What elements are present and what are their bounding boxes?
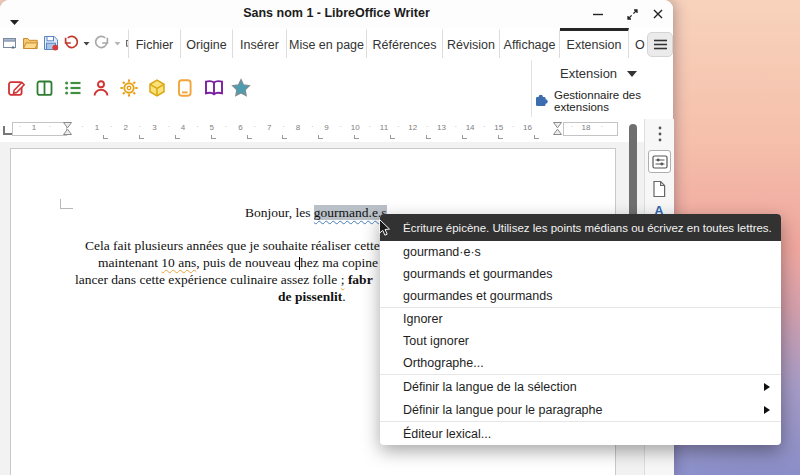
book-icon[interactable]: [203, 78, 223, 98]
tab-o[interactable]: O: [629, 28, 647, 58]
tab-row: FichierOrigineInsérerMise en pageRéféren…: [128, 28, 647, 58]
doc-heading-text: Bonjour, les: [245, 205, 314, 220]
ruler-tick: ·: [368, 122, 371, 131]
ruler-tick: ·: [311, 122, 314, 131]
new-window-icon[interactable]: [3, 33, 18, 53]
ruler-number: 11: [380, 123, 388, 132]
ruler-number: 16: [523, 123, 532, 132]
ruler-tick: ·: [601, 122, 604, 131]
extension-toolbar: Extension Gestionnaire des extensions: [0, 58, 673, 119]
restore-button[interactable]: [623, 5, 641, 23]
properties-icon[interactable]: [648, 150, 671, 173]
menu-item-orthographe-[interactable]: Orthographe...: [380, 352, 781, 374]
text-cursor: [299, 257, 300, 270]
mouse-cursor: [378, 218, 393, 243]
close-button[interactable]: [649, 5, 667, 23]
spellcheck-context-menu: Écriture épicène. Utilisez les points mé…: [380, 214, 781, 445]
ruler-tick: ·: [340, 122, 343, 131]
extension-manager-label: Gestionnaire des extensions: [554, 89, 673, 113]
titlebar: Sans nom 1 - LibreOffice Writer: [0, 0, 673, 29]
extension-dropdown[interactable]: Extension: [560, 66, 637, 81]
doc-text: Cela fait plusieurs années que je souhai…: [85, 238, 380, 253]
indent-marker-icon[interactable]: [552, 121, 563, 140]
ruler-tick: ·: [81, 122, 84, 131]
menu-item-ignorer[interactable]: Ignorer: [380, 308, 781, 330]
page-icon[interactable]: [651, 179, 667, 198]
ruler-number: 4: [181, 123, 185, 132]
tabstop-mark: [175, 135, 180, 139]
kebab-icon[interactable]: [654, 126, 666, 142]
list-icon[interactable]: [63, 78, 83, 98]
menu-item-définir-la-langue-pour-le-paragraphe[interactable]: Définir la langue pour le paragraphe: [380, 398, 781, 421]
context-menu-items: gourmand·e·sgourmands et gourmandesgourm…: [380, 241, 781, 445]
ruler-number: 9: [324, 123, 328, 132]
tab-révision[interactable]: Révision: [443, 28, 500, 58]
gear-icon[interactable]: [119, 78, 139, 98]
doc-bold-text: fabr: [348, 272, 373, 287]
menu-item-gourmands-et-gourmandes[interactable]: gourmands et gourmandes: [380, 263, 781, 285]
star-icon[interactable]: [231, 78, 251, 98]
minimize-button[interactable]: [589, 5, 607, 23]
ruler-number: 10: [351, 123, 360, 132]
extension-manager-button[interactable]: Gestionnaire des extensions: [534, 89, 673, 113]
menu-item-gourmand-e-s[interactable]: gourmand·e·s: [380, 241, 781, 263]
ruler-number: 8: [296, 123, 300, 132]
ruler-number: 15: [494, 123, 503, 132]
tabstop-mark: [247, 135, 252, 139]
ruler-number: 2: [123, 123, 127, 132]
person-icon[interactable]: [91, 78, 111, 98]
menu-item-éditeur-lexical-[interactable]: Éditeur lexical...: [380, 422, 781, 445]
tab-extension[interactable]: Extension: [560, 28, 629, 58]
ruler-number: 5: [210, 123, 214, 132]
ruler-tick: ·: [282, 122, 285, 131]
ruler-tick: ·: [254, 122, 257, 131]
text-boundary-corner: [60, 199, 73, 209]
tab-fichier[interactable]: Fichier: [128, 28, 181, 58]
ruler-number: 7: [267, 123, 271, 132]
tab-type-selector-icon[interactable]: [3, 126, 12, 135]
columns-icon[interactable]: [35, 78, 55, 98]
open-icon[interactable]: [22, 33, 39, 53]
ruler-tick: ·: [397, 122, 400, 131]
doc-text: lancer dans cette expérience culinaire a…: [75, 272, 341, 287]
submenu-arrow-icon: [764, 406, 770, 414]
dropdown-icon[interactable]: [83, 33, 90, 53]
menu-icon[interactable]: [647, 32, 673, 57]
ruler-tick: ·: [426, 122, 429, 131]
ruler-tick: ·: [19, 122, 22, 131]
menu-item-gourmandes-et-gourmands[interactable]: gourmandes et gourmands: [380, 285, 781, 307]
tab-insérer[interactable]: Insérer: [233, 28, 287, 58]
doc-para-line4: de pissenlit.: [278, 289, 346, 305]
cube-icon[interactable]: [147, 78, 167, 98]
tab-affichage[interactable]: Affichage: [500, 28, 560, 58]
menu-item-définir-la-langue-de-la-sélection[interactable]: Définir la langue de la sélection: [380, 375, 781, 398]
doc-grammar-flagged-text: 10 ans: [161, 255, 196, 270]
ruler-tick: ·: [196, 122, 199, 131]
redo-icon[interactable]: [94, 33, 110, 53]
editor-icon[interactable]: [7, 78, 27, 98]
puzzle-icon: [534, 93, 549, 109]
doc-text: maintenant: [98, 255, 161, 270]
dropdown-icon-disabled[interactable]: [114, 33, 121, 53]
tabstop-mark: [139, 135, 144, 139]
save-icon[interactable]: [43, 33, 59, 53]
ruler-tick: ·: [571, 122, 574, 131]
indent-marker-icon[interactable]: [62, 121, 73, 140]
menu-item-tout-ignorer[interactable]: Tout ignorer: [380, 330, 781, 352]
tablet-icon[interactable]: [175, 78, 195, 98]
undo-icon[interactable]: [63, 33, 79, 53]
tabstop-mark: [282, 135, 287, 139]
tab-références[interactable]: Références: [367, 28, 443, 58]
tabstop-mark: [103, 135, 108, 139]
doc-para-line3: lancer dans cette expérience culinaire a…: [75, 272, 373, 288]
doc-selected-word[interactable]: gourmand.e.s: [314, 205, 387, 220]
ruler-tick: ·: [454, 122, 457, 131]
tab-mise-en-page[interactable]: Mise en page: [287, 28, 367, 58]
context-menu-header: Écriture épicène. Utilisez les points mé…: [380, 214, 781, 241]
tab-origine[interactable]: Origine: [181, 28, 233, 58]
tabstop-mark: [426, 135, 431, 139]
doc-text: , puis de nouveau chez ma copine: [196, 255, 381, 270]
doc-para-line1: Cela fait plusieurs années que je souhai…: [85, 238, 380, 254]
horizontal-ruler: 1··1·2·3·4·5·6·7·8·9·10·11·12·13·14·15·1…: [0, 119, 644, 143]
ruler-number: 12: [408, 123, 417, 132]
